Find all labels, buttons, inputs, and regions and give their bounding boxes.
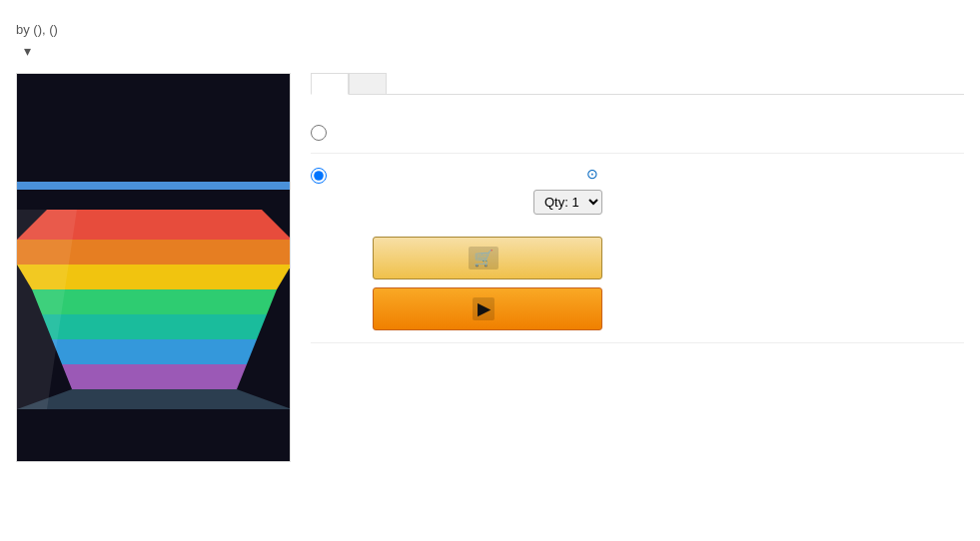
svg-marker-7 <box>17 389 291 409</box>
qty-row: Qty: 1 Qty: 2 Qty: 3 Qty: 4 Qty: 5 <box>533 190 602 227</box>
tabs-row <box>311 73 964 95</box>
authors-line: by (), () <box>16 22 964 37</box>
cover-image <box>17 190 290 409</box>
book-cover <box>16 73 291 462</box>
qty-select[interactable]: Qty: 1 Qty: 2 Qty: 3 Qty: 4 Qty: 5 <box>533 190 602 215</box>
right-panel: ⊙ Qty: 1 Qty: 2 Qty: 3 Qty: 4 Qty: 5 <box>311 73 964 462</box>
rating-row: ▾ <box>16 43 964 59</box>
option-detail-left <box>337 166 363 330</box>
cover-blue-bar <box>17 182 290 190</box>
book-cover-inner <box>17 74 290 461</box>
tab-other-sellers[interactable] <box>349 73 387 94</box>
option-detail-right: ⊙ Qty: 1 Qty: 2 Qty: 3 Qty: 4 Qty: 5 <box>363 166 602 330</box>
buy-now-button[interactable]: ▶ <box>373 287 602 330</box>
svg-marker-5 <box>52 339 257 364</box>
buy-used-radio[interactable] <box>311 125 327 141</box>
location-icon: ⊙ <box>586 166 598 182</box>
main-content: ⊙ Qty: 1 Qty: 2 Qty: 3 Qty: 4 Qty: 5 <box>16 73 964 462</box>
buy-new-row: ⊙ Qty: 1 Qty: 2 Qty: 3 Qty: 4 Qty: 5 <box>311 154 964 343</box>
svg-marker-3 <box>32 289 277 314</box>
rating-dropdown[interactable]: ▾ <box>24 43 31 59</box>
add-to-cart-button[interactable]: 🛒 <box>373 237 602 279</box>
cart-icon: 🛒 <box>469 247 498 270</box>
svg-marker-4 <box>42 314 267 339</box>
tab-hardcover[interactable] <box>311 73 349 95</box>
buy-new-radio[interactable] <box>311 168 327 184</box>
deliver-to[interactable]: ⊙ <box>586 166 602 182</box>
play-icon: ▶ <box>473 297 494 320</box>
option-detail-area: ⊙ Qty: 1 Qty: 2 Qty: 3 Qty: 4 Qty: 5 <box>337 166 602 330</box>
svg-marker-6 <box>62 364 247 389</box>
buy-used-row <box>311 111 964 154</box>
